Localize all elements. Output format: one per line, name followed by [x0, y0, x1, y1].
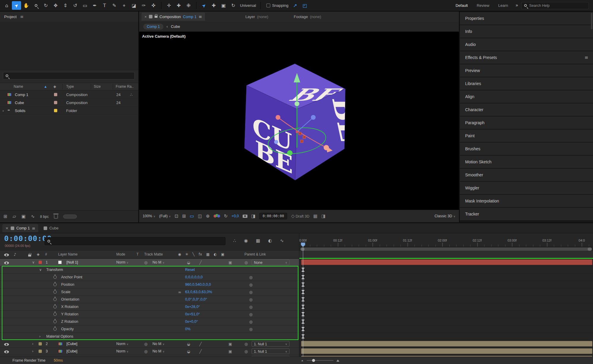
selection-tool[interactable]: ➤	[12, 1, 21, 10]
panel-wiggler[interactable]: Wiggler	[460, 182, 593, 194]
property-value[interactable]: 0,0,0,0,0,0	[185, 275, 203, 279]
parent-pickwhip-icon[interactable]: ◎	[244, 260, 248, 265]
track-matte-pickwhip-icon[interactable]: ◎	[144, 349, 147, 354]
layer-duration-bar[interactable]	[301, 348, 592, 354]
property-pickwhip-icon[interactable]: ◎	[249, 312, 252, 317]
timeline-lane[interactable]	[299, 303, 593, 311]
interpret-footage-icon[interactable]: ⊞	[4, 214, 7, 219]
frame-blending-icon[interactable]: ▦	[256, 239, 260, 243]
hand-tool[interactable]: ✋	[22, 1, 31, 10]
safe-margins-icon[interactable]: ⊡	[175, 214, 179, 218]
snap-feature-toggle[interactable]: ◰	[300, 1, 309, 10]
workspace-tab-default[interactable]: Default	[451, 3, 472, 8]
layer-duration-bar[interactable]	[301, 341, 592, 347]
transparency-grid-icon[interactable]: ◨	[321, 214, 325, 218]
property-value[interactable]: 0%	[185, 327, 190, 331]
parent-pickwhip-icon[interactable]: ◎	[244, 349, 248, 354]
brush-tool[interactable]: ✎	[110, 1, 119, 10]
track-matte-select[interactable]: No M∨	[152, 349, 164, 353]
grid-guides-icon[interactable]: ⊕	[206, 214, 210, 218]
comp-mini-flowchart-icon[interactable]: ∴	[233, 239, 236, 243]
panel-motion-sketch[interactable]: Motion Sketch	[460, 156, 593, 168]
property-name[interactable]: Z Rotation	[61, 320, 78, 324]
property-value[interactable]: 63,0,63,0,63,0%	[185, 290, 212, 294]
graph-editor-icon[interactable]: ∿	[280, 239, 284, 243]
panel-menu-icon[interactable]: ≡	[198, 15, 202, 19]
stopwatch-icon[interactable]	[53, 320, 57, 323]
view-layout-icon[interactable]: ◫	[198, 214, 202, 218]
view-axis-mode[interactable]: ✙	[184, 1, 193, 10]
show-snapshot-icon[interactable]: ◨	[251, 214, 255, 218]
track-matte-pickwhip-icon[interactable]: ◎	[144, 342, 147, 346]
blend-mode-select[interactable]: Norm∨	[116, 260, 128, 264]
stopwatch-icon[interactable]	[53, 290, 57, 294]
project-row[interactable]: Comp 1Composition24∴	[0, 91, 138, 99]
panel-mask-interpolation[interactable]: Mask Interpolation	[460, 195, 593, 207]
project-row[interactable]: CubeComposition24	[0, 99, 138, 107]
help-search-input[interactable]: Search Help	[521, 2, 589, 9]
new-folder-icon[interactable]: ▱	[13, 214, 16, 219]
panel-info[interactable]: Info	[460, 25, 593, 38]
work-area-bar[interactable]	[301, 248, 592, 251]
panel-menu-icon[interactable]: ≡	[20, 15, 24, 19]
track-matte-select[interactable]: No M∨	[152, 260, 164, 264]
sidebar-scrollbar[interactable]	[591, 13, 592, 29]
parent-pickwhip-icon[interactable]: ◎	[244, 342, 248, 346]
property-name[interactable]: Y Rotation	[61, 312, 78, 316]
panel-character[interactable]: Character	[460, 103, 593, 116]
pen-tool[interactable]: ✒	[90, 1, 99, 10]
eye-icon[interactable]	[4, 343, 9, 346]
property-value[interactable]: 0x+28,0°	[185, 305, 200, 309]
panel-properties[interactable]: Properties	[460, 12, 593, 25]
mask-visibility-icon[interactable]: ▭	[190, 214, 194, 218]
quality-switch[interactable]: ◒	[187, 261, 190, 264]
breadcrumb-comp[interactable]: Comp 1	[143, 24, 163, 30]
property-value[interactable]: 0,0°,0,0°,0,0°	[185, 297, 207, 301]
property-group-row[interactable]: ›Material Options	[0, 333, 299, 340]
column-type[interactable]: Type	[66, 84, 74, 89]
property-row[interactable]: Y Rotation0x+51,0°◎	[0, 311, 299, 318]
tab-footage[interactable]: Footage (none)	[291, 12, 324, 21]
fx-switch[interactable]: ╱	[199, 261, 202, 264]
new-composition-icon[interactable]: ▣	[21, 214, 26, 219]
expand-arrow-icon[interactable]: ›	[32, 349, 34, 353]
property-row[interactable]: Z Rotation0x+0,0°◎	[0, 318, 299, 325]
item-name[interactable]: Comp 1	[15, 92, 28, 97]
roto-brush-tool[interactable]: ✑	[139, 1, 148, 10]
column-size[interactable]: Size	[94, 84, 101, 89]
stopwatch-icon[interactable]	[53, 276, 57, 279]
column-name[interactable]: Name	[14, 84, 23, 89]
expand-arrow-icon[interactable]: ›	[39, 335, 41, 338]
universal-gizmo-label[interactable]: Universal	[240, 3, 256, 8]
panel-brushes[interactable]: Brushes	[460, 143, 593, 155]
property-pickwhip-icon[interactable]: ◎	[249, 275, 252, 280]
stopwatch-icon[interactable]	[53, 305, 57, 309]
fast-previews-icon[interactable]: ▦	[313, 214, 317, 218]
layer-row[interactable]: ∨1[Null 1]Norm∨◎No M∨◒╱▣◎None∨	[0, 259, 299, 266]
panel-resize-capsule[interactable]	[63, 215, 77, 218]
layer-name[interactable]: [Null 1]	[66, 260, 78, 264]
property-name[interactable]: Orientation	[61, 297, 79, 301]
threed-switch[interactable]: ▣	[228, 349, 232, 353]
quality-switch[interactable]: ◒	[187, 342, 190, 346]
label-color-chip[interactable]	[54, 101, 57, 104]
stopwatch-icon[interactable]	[53, 313, 57, 316]
local-axis-mode[interactable]: ✛	[164, 1, 174, 10]
cube-3d-render[interactable]: BE CU BE BE	[228, 59, 365, 187]
timeline-lane[interactable]	[299, 325, 593, 333]
project-search-input[interactable]	[3, 72, 135, 79]
panel-menu-icon[interactable]: ≡	[32, 226, 35, 230]
zoom-slider[interactable]	[307, 360, 333, 361]
composition-viewport[interactable]: Active Camera (Default) BE CU BE	[139, 32, 459, 210]
panel-libraries[interactable]: Libraries	[460, 77, 593, 90]
property-pickwhip-icon[interactable]: ◎	[249, 297, 252, 302]
timeline-tab-comp-1[interactable]: ×Comp 1≡	[2, 224, 38, 232]
gizmo-scale-mode[interactable]: ▣	[219, 1, 228, 10]
shy-layers-icon[interactable]: ◉	[244, 239, 248, 243]
label-color-chip[interactable]	[54, 109, 57, 112]
column-frame-rate[interactable]: Frame Ra..	[116, 84, 133, 89]
property-pickwhip-icon[interactable]: ◎	[249, 290, 252, 294]
timeline-lane[interactable]	[299, 281, 593, 288]
zoom-out-icon[interactable]	[301, 360, 303, 361]
timeline-lane[interactable]	[299, 348, 593, 355]
